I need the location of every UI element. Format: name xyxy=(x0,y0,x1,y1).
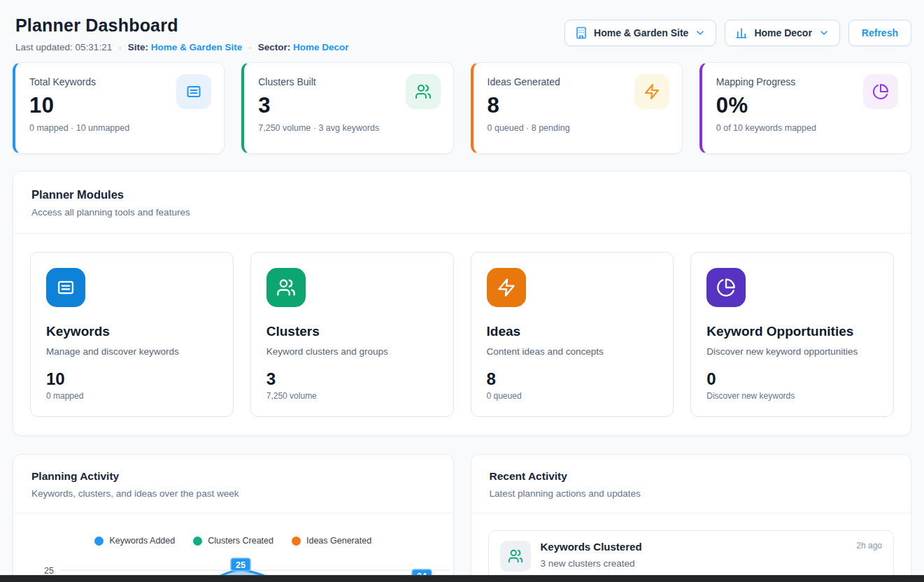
stat-card-ideas-generated: Ideas Generated 8 0 queued · 8 pending xyxy=(471,62,683,154)
modules-grid: Keywords Manage and discover keywords 10… xyxy=(13,234,911,435)
activity-list: Keywords Clustered 3 new clusters create… xyxy=(471,513,911,582)
module-card-clusters[interactable]: Clusters Keyword clusters and groups 3 7… xyxy=(250,252,454,417)
planner-modules-header: Planner Modules Access all planning tool… xyxy=(13,171,911,234)
sector-link[interactable]: Home Decor xyxy=(293,42,349,52)
last-updated-label: Last updated: xyxy=(15,42,73,52)
chevron-down-icon xyxy=(818,27,830,38)
dot-separator: · xyxy=(118,42,122,52)
stat-caption: 0 queued · 8 pending xyxy=(488,123,668,133)
stat-card-mapping-progress: Mapping Progress 0% 0 of 10 keywords map… xyxy=(699,62,911,154)
panel-subtitle: Keywords, clusters, and ideas over the p… xyxy=(31,488,435,499)
legend-item-keywords-added[interactable]: Keywords Added xyxy=(94,536,175,546)
dot-separator: · xyxy=(248,42,252,52)
activity-item-keywords-clustered[interactable]: Keywords Clustered 3 new clusters create… xyxy=(488,530,895,582)
lightning-icon xyxy=(487,268,526,307)
panel-title: Planning Activity xyxy=(31,470,435,483)
stat-card-total-keywords: Total Keywords 10 0 mapped · 10 unmapped xyxy=(13,62,225,154)
site-label: Site: xyxy=(128,42,148,52)
chevron-down-icon xyxy=(695,27,706,38)
module-card-ideas[interactable]: Ideas Content ideas and concepts 8 0 que… xyxy=(471,252,674,417)
legend-item-clusters-created[interactable]: Clusters Created xyxy=(193,536,273,546)
data-label-25: 25 xyxy=(231,558,250,571)
section-subtitle: Access all planning tools and features xyxy=(31,207,893,218)
module-title: Clusters xyxy=(266,324,438,339)
planner-modules-section: Planner Modules Access all planning tool… xyxy=(13,171,911,436)
module-description: Manage and discover keywords xyxy=(46,346,218,357)
module-caption: 7,250 volume xyxy=(266,391,438,401)
legend-dot-green xyxy=(193,537,202,546)
module-value: 8 xyxy=(487,369,658,389)
module-value: 0 xyxy=(706,369,878,389)
section-title: Planner Modules xyxy=(31,188,893,201)
lightning-icon xyxy=(634,74,669,109)
sector-label: Sector: xyxy=(258,42,291,52)
module-value: 3 xyxy=(266,369,438,389)
stat-caption: 0 mapped · 10 unmapped xyxy=(29,123,210,133)
legend-dot-blue xyxy=(94,537,104,546)
svg-text:25: 25 xyxy=(236,560,246,570)
page-header: Planner Dashboard Last updated: 05:31:21… xyxy=(0,0,924,52)
header-controls: Home & Garden Site Home Decor Refresh xyxy=(564,20,911,46)
module-description: Keyword clusters and groups xyxy=(266,346,438,357)
module-card-keywords[interactable]: Keywords Manage and discover keywords 10… xyxy=(30,252,234,417)
last-updated-value: 05:31:21 xyxy=(76,42,113,52)
pie-chart-icon xyxy=(706,268,746,307)
module-value: 10 xyxy=(46,369,218,389)
site-link[interactable]: Home & Garden Site xyxy=(151,42,243,52)
recent-activity-header: Recent Activity Latest planning actions … xyxy=(471,455,911,513)
legend-label: Ideas Generated xyxy=(306,536,371,546)
planner-dashboard-screen: Planner Dashboard Last updated: 05:31:21… xyxy=(0,0,924,582)
sector-selector-value: Home Decor xyxy=(754,27,811,38)
site-selector-dropdown[interactable]: Home & Garden Site xyxy=(564,20,716,46)
panel-subtitle: Latest planning actions and updates xyxy=(490,488,893,499)
bottom-row: Planning Activity Keywords, clusters, an… xyxy=(13,454,911,582)
module-caption: 0 queued xyxy=(487,391,658,401)
planning-activity-panel: Planning Activity Keywords, clusters, an… xyxy=(13,454,454,582)
last-updated-text: Last updated: 05:31:21 xyxy=(15,42,112,52)
panel-title: Recent Activity xyxy=(490,470,893,483)
bottom-window-edge xyxy=(0,575,924,582)
activity-item-description: 3 new clusters created xyxy=(541,558,847,569)
document-list-icon xyxy=(46,268,85,307)
module-title: Ideas xyxy=(487,324,658,339)
activity-item-title: Keywords Clustered xyxy=(541,541,847,553)
sector-selector-dropdown[interactable]: Home Decor xyxy=(725,20,839,46)
legend-label: Clusters Created xyxy=(208,536,273,546)
module-card-keyword-opportunities[interactable]: Keyword Opportunities Discover new keywo… xyxy=(690,252,894,417)
planning-activity-header: Planning Activity Keywords, clusters, an… xyxy=(13,455,453,513)
module-caption: Discover new keywords xyxy=(706,391,878,401)
legend-dot-orange xyxy=(292,537,301,546)
module-description: Content ideas and concepts xyxy=(487,346,658,357)
y-tick-25: 25 xyxy=(44,566,54,576)
module-title: Keyword Opportunities xyxy=(706,324,878,339)
recent-activity-panel: Recent Activity Latest planning actions … xyxy=(471,454,912,582)
document-list-icon xyxy=(176,74,211,109)
users-icon xyxy=(406,74,441,109)
activity-item-content: Keywords Clustered 3 new clusters create… xyxy=(541,541,847,569)
chart-legend: Keywords Added Clusters Created Ideas Ge… xyxy=(13,536,453,546)
pie-chart-icon xyxy=(863,74,898,109)
activity-item-timestamp: 2h ago xyxy=(856,541,882,551)
bar-chart-icon xyxy=(735,27,748,39)
legend-label: Keywords Added xyxy=(109,536,175,546)
stat-caption: 0 of 10 keywords mapped xyxy=(716,123,897,133)
sector-text: Sector: Home Decor xyxy=(258,42,349,52)
stats-row: Total Keywords 10 0 mapped · 10 unmapped… xyxy=(13,62,911,154)
stat-caption: 7,250 volume · 3 avg keywords xyxy=(258,123,439,133)
stat-card-clusters-built: Clusters Built 3 7,250 volume · 3 avg ke… xyxy=(241,62,453,154)
refresh-button[interactable]: Refresh xyxy=(848,20,911,46)
users-icon xyxy=(500,541,531,572)
building-icon xyxy=(575,27,588,39)
users-icon xyxy=(266,268,306,307)
module-caption: 0 mapped xyxy=(46,391,218,401)
site-selector-value: Home & Garden Site xyxy=(594,27,688,38)
module-title: Keywords xyxy=(46,324,218,339)
module-description: Discover new keyword opportunities xyxy=(706,346,878,357)
legend-item-ideas-generated[interactable]: Ideas Generated xyxy=(292,536,371,546)
site-text: Site: Home & Garden Site xyxy=(128,42,243,52)
